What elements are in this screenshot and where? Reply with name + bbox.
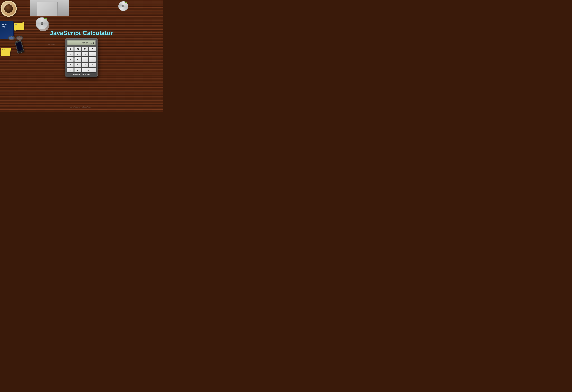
- btn-add[interactable]: +: [89, 63, 96, 67]
- cd-disc-large-front: [36, 17, 48, 30]
- btn-6[interactable]: 6: [82, 57, 88, 62]
- watermark-top: www.twitt...: [48, 43, 57, 45]
- memo-sticky-note: Memo: [1, 48, 11, 56]
- btn-divide[interactable]: /: [89, 47, 96, 51]
- glasses-arm-right: [23, 37, 25, 38]
- glasses-arm-left: [6, 37, 8, 38]
- glasses-lens-left: [8, 36, 15, 40]
- btn-dot[interactable]: .: [67, 68, 74, 72]
- btn-ce[interactable]: CE: [74, 47, 81, 51]
- glasses-bridge: [15, 38, 16, 38]
- laptop: [30, 0, 69, 16]
- btn-5[interactable]: 5: [74, 57, 81, 62]
- glasses-lens-right: [16, 36, 23, 40]
- calculator-display: 6*8+47/3: [67, 40, 96, 45]
- btn-equals[interactable]: =: [82, 68, 96, 72]
- btn-0[interactable]: 0: [74, 68, 81, 72]
- btn-8[interactable]: 8: [74, 52, 81, 56]
- memo-text: Memo: [2, 49, 6, 50]
- watermark-bottom: www.twitter.com/JohnPageler: [70, 106, 93, 108]
- btn-subtract[interactable]: -: [89, 57, 96, 62]
- cd-label-green: [44, 18, 47, 19]
- btn-4[interactable]: 4: [67, 57, 74, 62]
- coffee-cup: [1, 1, 17, 17]
- btn-percent[interactable]: X%: [82, 47, 88, 51]
- btn-9[interactable]: 9: [82, 52, 88, 56]
- btn-1[interactable]: 1: [67, 63, 74, 67]
- cd-disc: [118, 1, 128, 11]
- btn-c[interactable]: C: [67, 47, 74, 51]
- calculator-footer: Developer: John Pageler: [67, 74, 96, 75]
- cd-label: [125, 2, 127, 3]
- cd-group-center: [36, 17, 48, 30]
- btn-multiply[interactable]: *: [89, 52, 96, 56]
- diary-text: Business diary: [2, 24, 8, 28]
- btn-3[interactable]: 3: [82, 63, 88, 67]
- cd-group-top: [118, 1, 128, 11]
- btn-7[interactable]: 7: [67, 52, 74, 56]
- page-title: JavaScript Calculator: [50, 30, 113, 36]
- laptop-trackpad: [37, 2, 58, 16]
- btn-2[interactable]: 2: [74, 63, 81, 67]
- sticky-note-top: Note...: [14, 22, 24, 31]
- phone-screen: [16, 42, 23, 51]
- calculator-button-grid: C CE X% / 7 8 9 * 4 5 6 - 1 2 3 + . 0 =: [67, 47, 96, 72]
- calculator: 6*8+47/3 C CE X% / 7 8 9 * 4 5 6 - 1 2 3…: [65, 38, 98, 77]
